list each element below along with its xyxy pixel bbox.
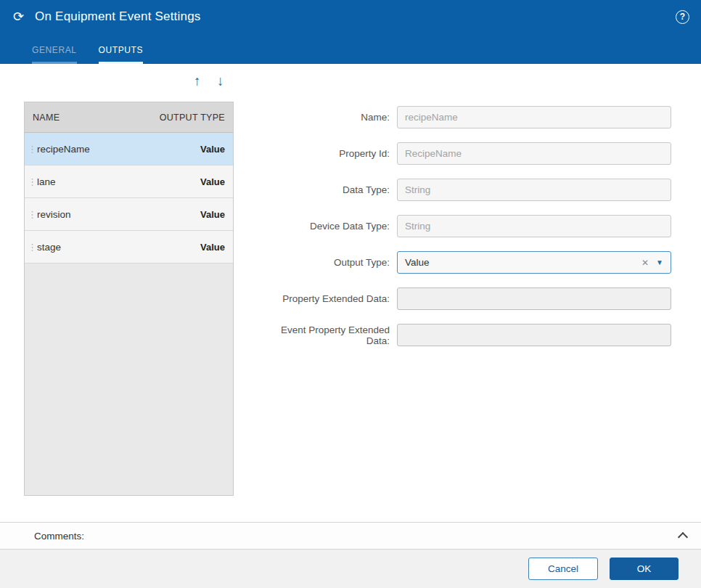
name-input [397, 106, 671, 128]
row-name: stage [37, 242, 61, 253]
row-output-type: Value [200, 176, 225, 187]
column-header-name: NAME [33, 113, 60, 123]
tab-general[interactable]: GENERAL [32, 33, 77, 64]
property-id-label: Property Id: [255, 148, 397, 159]
data-type-input [397, 179, 671, 201]
dialog-header: ⟳ On Equipment Event Settings ? GENERAL … [0, 0, 701, 64]
field-name: Name: [255, 106, 679, 128]
outputs-table: NAME OUTPUT TYPE ⋮ recipeName Value ⋮ la… [24, 102, 234, 496]
row-output-type: Value [200, 242, 225, 253]
ok-button[interactable]: OK [610, 558, 679, 580]
move-up-icon[interactable]: ↑ [194, 74, 201, 88]
help-icon[interactable]: ? [676, 10, 689, 24]
comments-label: Comments: [34, 531, 84, 542]
tab-outputs[interactable]: OUTPUTS [99, 33, 144, 64]
output-type-value: Value [405, 257, 430, 268]
name-label: Name: [255, 112, 397, 123]
sync-icon: ⟳ [13, 10, 24, 23]
table-row[interactable]: ⋮ stage Value [25, 231, 233, 264]
table-row[interactable]: ⋮ recipeName Value [25, 133, 233, 166]
clear-icon[interactable]: ✕ [634, 258, 656, 268]
drag-handle-icon[interactable]: ⋮ [28, 177, 37, 187]
title-row: ⟳ On Equipment Event Settings ? [0, 0, 701, 33]
device-data-type-label: Device Data Type: [255, 221, 397, 232]
dropdown-caret-icon[interactable]: ▼ [656, 258, 663, 266]
row-name: lane [37, 176, 56, 187]
on-equipment-event-settings-dialog: ⟳ On Equipment Event Settings ? GENERAL … [0, 0, 701, 588]
cancel-button[interactable]: Cancel [528, 558, 598, 580]
property-id-input [397, 142, 671, 165]
dialog-title: On Equipment Event Settings [35, 9, 200, 24]
output-detail-form: Name: Property Id: Data Type: Device Dat… [255, 106, 679, 360]
event-property-extended-data-label: Event Property Extended Data: [255, 324, 397, 346]
field-output-type: Output Type: Value ✕ ▼ [255, 251, 679, 274]
row-name: recipeName [37, 144, 90, 155]
table-row[interactable]: ⋮ revision Value [25, 198, 233, 231]
collapse-chevron-icon[interactable] [678, 532, 688, 542]
tab-bar: GENERAL OUTPUTS [0, 33, 701, 64]
field-event-property-extended-data: Event Property Extended Data: [255, 324, 679, 346]
output-type-dropdown[interactable]: Value ✕ ▼ [397, 251, 671, 274]
move-down-icon[interactable]: ↓ [217, 74, 224, 88]
device-data-type-input [397, 215, 671, 237]
table-header: NAME OUTPUT TYPE [25, 102, 233, 133]
dialog-footer: Cancel OK [0, 550, 701, 588]
property-extended-data-label: Property Extended Data: [255, 293, 397, 304]
data-type-label: Data Type: [255, 184, 397, 195]
drag-handle-icon[interactable]: ⋮ [28, 210, 37, 219]
drag-handle-icon[interactable]: ⋮ [28, 242, 37, 252]
field-property-extended-data: Property Extended Data: [255, 287, 679, 310]
event-property-extended-data-input[interactable] [397, 324, 671, 346]
field-device-data-type: Device Data Type: [255, 215, 679, 237]
field-data-type: Data Type: [255, 179, 679, 201]
table-row[interactable]: ⋮ lane Value [25, 166, 233, 198]
field-property-id: Property Id: [255, 142, 679, 165]
row-output-type: Value [200, 209, 225, 220]
comments-section[interactable]: Comments: [0, 522, 701, 550]
row-output-type: Value [200, 144, 225, 155]
drag-handle-icon[interactable]: ⋮ [28, 144, 37, 154]
property-extended-data-input[interactable] [397, 287, 671, 310]
output-type-label: Output Type: [255, 257, 397, 268]
column-header-output-type: OUTPUT TYPE [160, 113, 225, 123]
row-name: revision [37, 209, 71, 220]
